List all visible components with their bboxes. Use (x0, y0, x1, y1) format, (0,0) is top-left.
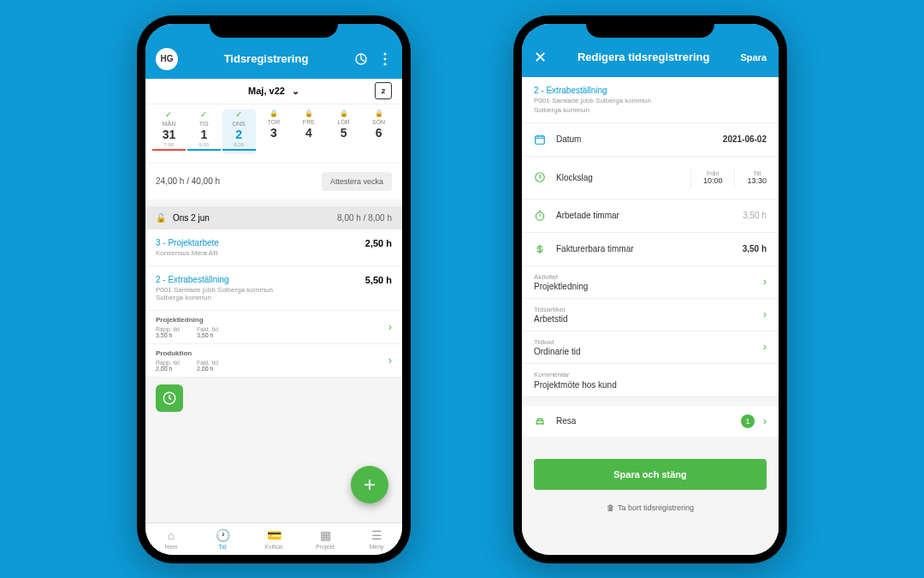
save-link[interactable]: Spara (740, 52, 767, 63)
screen-left: HG Tidsregistrering Maj, v22 ⌄ 2 ✓MÅN317… (145, 24, 402, 555)
billable-value: 3,50 h (743, 244, 767, 253)
tab-hem[interactable]: ⌂Hem (145, 528, 197, 550)
project-sub1: P001 Samlade jobb Solberga kommun (534, 97, 767, 104)
close-icon[interactable]: ✕ (534, 48, 547, 67)
phone-right: ✕ Redigera tidsregistrering Spara 2 - Ex… (513, 15, 787, 563)
comment-row[interactable]: Kommentar Projektmöte hos kund (522, 364, 779, 397)
comment-label: Kommentar (534, 371, 767, 378)
time-from[interactable]: Från 10:00 (691, 167, 735, 188)
day-header-hours: 8,00 h / 8,00 h (337, 213, 392, 223)
travel-row[interactable]: Resa 1 › (522, 406, 779, 437)
phone-left: HG Tidsregistrering Maj, v22 ⌄ 2 ✓MÅN317… (137, 15, 411, 563)
tab-meny[interactable]: ☰Meny (351, 528, 402, 550)
task-row[interactable]: ProduktionRapp. tid2,00 hFakt. tid2,00 h… (145, 344, 402, 378)
travel-label: Resa (556, 416, 732, 426)
svg-point-1 (383, 52, 386, 55)
chevron-right-icon: › (763, 415, 767, 427)
day-lör[interactable]: 🔒LÖR5 (327, 110, 360, 154)
days-row: ✓MÅN317,00✓TIS19,00✓ONS28,00🔒TOR3 🔒FRE4 … (145, 104, 402, 163)
phone-notch (210, 15, 338, 38)
week-total: 24,00 h / 40,00 h (156, 176, 220, 186)
svg-point-3 (383, 63, 386, 65)
worked-row[interactable]: Arbetade timmar 3,50 h (522, 200, 779, 233)
project-sub2: Solberga kommun (534, 106, 767, 114)
code-value: Ordinarie tid (534, 347, 580, 356)
activity-row[interactable]: Aktivitet Projektledning › (522, 266, 779, 299)
chevron-right-icon: › (763, 341, 767, 353)
save-close-button[interactable]: Spara och stäng (534, 459, 767, 490)
tab-projekt[interactable]: ▦Projekt (299, 528, 351, 550)
svg-point-7 (536, 212, 543, 219)
day-header: 🔓 Ons 2 jun 8,00 h / 8,00 h (145, 206, 402, 229)
clock-icon (534, 171, 548, 183)
attest-button[interactable]: Attestera vecka (322, 172, 392, 191)
page-title: Tidsregistrering (224, 52, 309, 65)
timer-icon (534, 210, 548, 222)
svg-point-2 (383, 57, 386, 60)
activity-label: Aktivitet (534, 273, 588, 281)
tabbar: ⌂Hem🕐Tid💳Kvitton▦Projekt☰Meny (145, 522, 402, 555)
billable-label: Fakturerbara timmar (556, 244, 734, 253)
article-label: Tidsartikel (534, 306, 567, 313)
chevron-right-icon: › (763, 308, 767, 320)
tab-tid[interactable]: 🕐Tid (197, 528, 248, 550)
date-value: 2021-06-02 (723, 134, 767, 144)
timer-button[interactable] (156, 384, 183, 412)
screen-right: ✕ Redigera tidsregistrering Spara 2 - Ex… (522, 24, 779, 555)
content-right: 2 - Extrabeställning P001 Samlade jobb S… (522, 77, 779, 555)
summary-row: 24,00 h / 40,00 h Attestera vecka (145, 163, 402, 200)
date-label: Datum (556, 134, 714, 144)
comment-value: Projektmöte hos kund (534, 380, 767, 390)
day-header-label: Ons 2 jun (173, 213, 210, 223)
time-entry[interactable]: 2,50 h3 - ProjektarbeteKonsensus Mera AB (145, 229, 402, 266)
tab-kvitton[interactable]: 💳Kvitton (248, 528, 299, 550)
worked-label: Arbetade timmar (556, 211, 734, 220)
travel-badge: 1 (741, 414, 755, 428)
lock-icon: 🔓 (156, 213, 166, 223)
day-sön[interactable]: 🔒SÖN6 (362, 110, 395, 154)
dollar-icon (534, 243, 548, 255)
week-label: Maj, v22 (248, 86, 285, 96)
billable-row[interactable]: Fakturerbara timmar 3,50 h (522, 233, 779, 266)
page-title: Redigera tidsregistrering (578, 51, 710, 63)
car-icon (534, 415, 548, 427)
svg-rect-5 (536, 135, 545, 143)
day-tor[interactable]: 🔒TOR3 (258, 110, 291, 154)
time-to[interactable]: Till 13:30 (734, 167, 779, 188)
trash-icon: 🗑 (607, 504, 614, 512)
task-row[interactable]: ProjektledningRapp. tid3,50 hFakt. tid3,… (145, 311, 402, 344)
content-left: Maj, v22 ⌄ 2 ✓MÅN317,00✓TIS19,00✓ONS28,0… (145, 79, 402, 522)
chevron-down-icon: ⌄ (292, 86, 299, 97)
worked-value: 3,50 h (743, 211, 767, 220)
activity-value: Projektledning (534, 282, 588, 291)
calendar-icon[interactable]: 2 (375, 82, 392, 99)
more-icon[interactable] (378, 52, 392, 66)
code-label: Tidkod (534, 338, 580, 346)
avatar[interactable]: HG (156, 48, 178, 70)
chevron-right-icon: › (763, 276, 767, 288)
article-value: Arbetstid (534, 314, 567, 324)
code-row[interactable]: Tidkod Ordinarie tid › (522, 331, 779, 364)
day-mån[interactable]: ✓MÅN317,00 (152, 110, 186, 154)
clock-label: Klockslag (556, 173, 682, 182)
delete-link[interactable]: 🗑 Ta bort tidsregistrering (522, 497, 779, 519)
date-row[interactable]: Datum 2021-06-02 (522, 123, 779, 157)
day-ons[interactable]: ✓ONS28,00 (222, 110, 256, 154)
phone-notch (586, 15, 714, 38)
clock-row[interactable]: Klockslag Från 10:00 Till 13:30 (522, 157, 779, 200)
calendar-icon (534, 134, 548, 146)
time-entry[interactable]: 5,50 h2 - ExtrabeställningP001 Samlade j… (145, 266, 402, 311)
add-button[interactable]: + (351, 466, 388, 504)
week-selector[interactable]: Maj, v22 ⌄ 2 (145, 79, 402, 104)
day-fre[interactable]: 🔒FRE4 (292, 110, 325, 154)
day-tis[interactable]: ✓TIS19,00 (187, 110, 221, 154)
project-title: 2 - Extrabeställning (534, 86, 767, 95)
article-row[interactable]: Tidsartikel Arbetstid › (522, 299, 779, 331)
project-info: 2 - Extrabeställning P001 Samlade jobb S… (522, 77, 779, 123)
chart-icon[interactable] (354, 52, 368, 66)
